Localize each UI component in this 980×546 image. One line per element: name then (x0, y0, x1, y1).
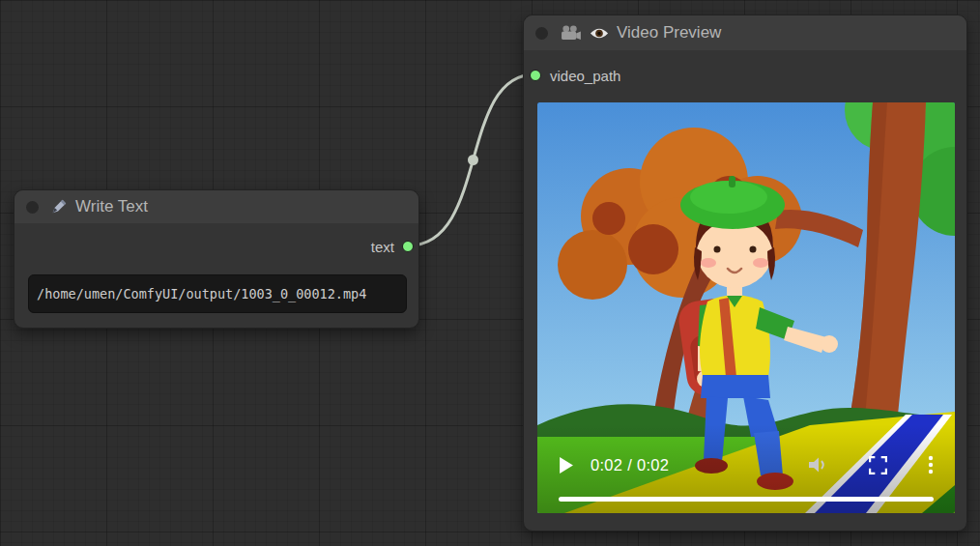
node-title: Video Preview (617, 23, 721, 43)
pen-icon (50, 198, 68, 216)
play-button[interactable] (559, 457, 573, 474)
video-camera-icon (560, 25, 582, 42)
link-wire (409, 74, 534, 245)
node-status-dot (535, 27, 548, 40)
overflow-menu-button[interactable] (928, 455, 934, 474)
video-player[interactable]: 0:02 / 0:02 (537, 102, 955, 513)
node-video-preview[interactable]: Video Preview video_path (523, 14, 967, 532)
output-slot-label: text (371, 239, 394, 255)
node-write-text[interactable]: Write Text text /home/umen/ComfyUI/outpu… (14, 189, 419, 329)
video-progress-bar[interactable] (559, 497, 934, 502)
link-midpoint-dot (468, 155, 478, 165)
volume-icon[interactable] (807, 456, 828, 474)
fullscreen-button[interactable] (869, 456, 887, 474)
input-slot-dot-video-path[interactable] (530, 70, 541, 81)
text-widget[interactable]: /home/umen/ComfyUI/output/1003_0_00012.m… (28, 274, 407, 313)
output-slot-row: text (14, 233, 418, 260)
node-title: Write Text (75, 197, 148, 216)
eye-icon (590, 27, 609, 40)
node-status-dot (26, 201, 39, 214)
time-display: 0:02 / 0:02 (591, 456, 669, 474)
output-slot-dot-text[interactable] (402, 241, 414, 252)
input-slot-row: video_path (524, 62, 966, 89)
video-controls: 0:02 / 0:02 (559, 447, 934, 482)
input-slot-label: video_path (550, 68, 620, 84)
node-editor-canvas[interactable]: Write Text text /home/umen/ComfyUI/outpu… (0, 0, 980, 546)
video-preview-title-bar[interactable]: Video Preview (524, 15, 966, 50)
write-text-title-bar[interactable]: Write Text (14, 190, 418, 223)
